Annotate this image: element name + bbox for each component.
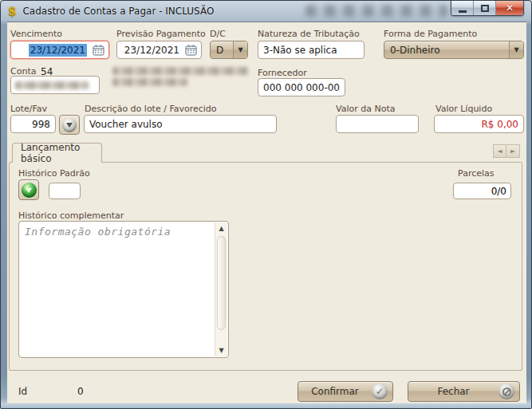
historico-padrao-label: Histórico Padrão — [18, 168, 90, 179]
fornecedor-field[interactable]: 000 000 000-00 — [258, 78, 345, 96]
scroll-down-icon[interactable]: ▼ — [215, 347, 227, 354]
historico-complementar-label: Histórico complementar — [18, 210, 124, 221]
dc-dropdown-icon: ▼ — [233, 41, 247, 58]
natureza-value: 3-Não se aplica — [263, 45, 337, 56]
green-sphere-down-icon — [22, 183, 37, 198]
dc-value: D — [216, 45, 223, 56]
confirmar-label: Confirmar — [298, 386, 372, 397]
lote-lookup-button[interactable] — [59, 115, 80, 135]
descricao-field[interactable]: Voucher avulso — [84, 115, 277, 133]
tab-prev-button[interactable]: ◄ — [493, 144, 506, 158]
redacted-title-text — [305, 5, 447, 17]
form-client-area: Vencimento Previsão Pagamento D/C Nature… — [7, 22, 526, 403]
parcelas-field[interactable]: 0/0 — [453, 183, 511, 199]
descricao-label: Descrição do lote / Favorecido — [85, 104, 217, 114]
tab-label: Lançamento básico — [21, 142, 101, 164]
tab-lancamento-basico[interactable]: Lançamento básico — [12, 143, 102, 163]
vencimento-value: 23/12/2021 — [29, 44, 87, 57]
dc-label: D/C — [210, 29, 226, 39]
close-icon: ✕ — [506, 2, 514, 14]
window-title: Cadastro de Contas a Pagar - INCLUSÃO — [22, 6, 214, 17]
conta-field[interactable] — [10, 76, 100, 94]
maximize-button[interactable] — [474, 1, 496, 15]
vencimento-calendar-icon[interactable] — [90, 42, 106, 57]
scroll-up-icon[interactable]: ▲ — [215, 225, 227, 232]
redacted-account-line-2 — [112, 78, 187, 86]
app-money-icon: $ — [8, 4, 16, 18]
confirmar-button[interactable]: Confirmar ✓ — [298, 381, 393, 402]
parcelas-value: 0/0 — [491, 186, 506, 197]
redacted-account-line-1 — [112, 67, 248, 75]
previsao-field[interactable]: 23/12/2021 — [116, 41, 202, 59]
dc-combo[interactable]: D ▼ — [210, 41, 248, 59]
lote-fav-field[interactable]: 998 — [10, 115, 56, 133]
memo-scrollbar[interactable]: ▲ ▼ — [215, 222, 227, 356]
fornecedor-label: Fornecedor — [258, 68, 307, 78]
app-window: $ Cadastro de Contas a Pagar - INCLUSÃO … — [0, 0, 532, 409]
fechar-no-entry-icon — [499, 383, 514, 399]
parcelas-label: Parcelas — [458, 168, 495, 179]
tab-prev-icon: ◄ — [497, 147, 502, 155]
fornecedor-value: 000 000 000-00 — [263, 82, 340, 93]
redacted-conta-value — [15, 81, 89, 89]
valor-liquido-field[interactable]: R$ 0,00 — [434, 115, 524, 133]
natureza-field[interactable]: 3-Não se aplica — [258, 41, 365, 59]
fechar-label: Fechar — [408, 386, 499, 397]
forma-pagamento-combo[interactable]: 0-Dinheiro ▼ — [384, 41, 524, 59]
id-label: Id — [18, 386, 27, 397]
lote-fav-label: Lote/Fav — [10, 104, 47, 114]
confirm-check-icon: ✓ — [372, 383, 388, 399]
natureza-label: Natureza de Tributação — [258, 29, 360, 39]
vencimento-label: Vencimento — [10, 29, 62, 39]
valor-nota-field[interactable] — [336, 115, 419, 133]
lote-lookup-sphere-icon — [62, 118, 77, 132]
historico-complementar-memo[interactable]: Informação obrigatória ▲ ▼ — [18, 221, 229, 358]
descricao-value: Voucher avulso — [89, 119, 163, 130]
tab-next-icon: ► — [510, 147, 515, 155]
valor-liquido-label: Valor Líquido — [435, 104, 492, 114]
id-value: 0 — [77, 386, 84, 397]
valor-liquido-value: R$ 0,00 — [481, 119, 518, 130]
historico-padrao-field[interactable] — [49, 183, 81, 199]
historico-padrao-button[interactable] — [18, 179, 39, 200]
scrollbar-thumb[interactable] — [217, 236, 226, 330]
lote-fav-value: 998 — [32, 119, 50, 130]
previsao-calendar-icon[interactable] — [183, 42, 199, 57]
previsao-label: Previsão Pagamento — [116, 29, 206, 39]
forma-pagamento-label: Forma de Pagamento — [384, 29, 477, 39]
memo-placeholder-text: Informação obrigatória — [25, 226, 171, 238]
window-controls: ✕ — [451, 1, 524, 16]
forma-pagamento-value: 0-Dinheiro — [390, 45, 439, 56]
valor-nota-label: Valor da Nota — [336, 104, 395, 114]
fechar-button[interactable]: Fechar — [408, 381, 520, 402]
tab-next-button[interactable]: ► — [506, 144, 520, 158]
vencimento-field[interactable]: 23/12/2021 — [10, 41, 109, 59]
previsao-value: 23/12/2021 — [122, 45, 179, 56]
tab-scroller: ◄ ► — [493, 144, 520, 158]
close-button[interactable]: ✕ — [496, 1, 523, 15]
maximize-icon — [481, 5, 489, 12]
minimize-icon — [459, 10, 467, 13]
forma-pagamento-dropdown-icon: ▼ — [509, 41, 523, 58]
minimize-button[interactable] — [451, 1, 474, 15]
